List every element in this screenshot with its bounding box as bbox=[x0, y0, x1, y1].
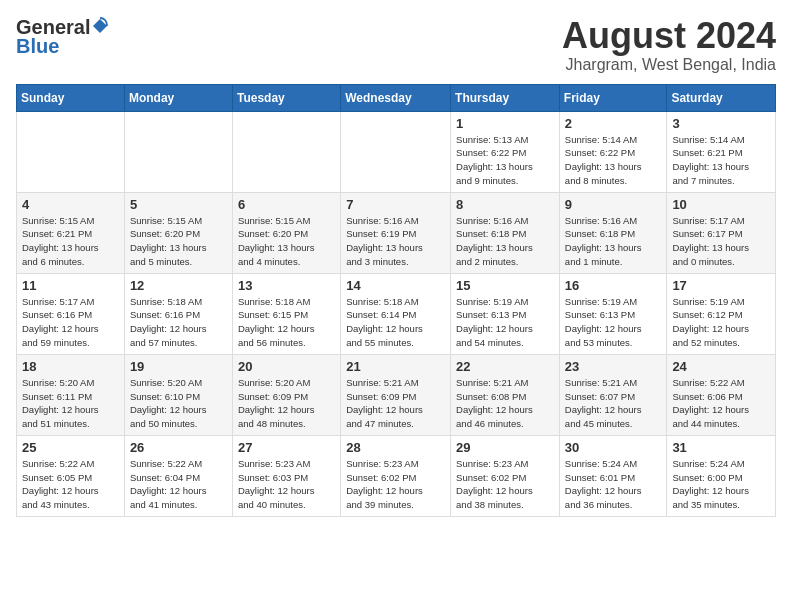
calendar-cell: 27Sunrise: 5:23 AM Sunset: 6:03 PM Dayli… bbox=[232, 435, 340, 516]
calendar-cell: 30Sunrise: 5:24 AM Sunset: 6:01 PM Dayli… bbox=[559, 435, 667, 516]
day-number: 24 bbox=[672, 359, 770, 374]
day-info: Sunrise: 5:19 AM Sunset: 6:13 PM Dayligh… bbox=[565, 295, 662, 350]
calendar-cell: 5Sunrise: 5:15 AM Sunset: 6:20 PM Daylig… bbox=[124, 192, 232, 273]
day-number: 13 bbox=[238, 278, 335, 293]
calendar-cell: 22Sunrise: 5:21 AM Sunset: 6:08 PM Dayli… bbox=[451, 354, 560, 435]
calendar-cell bbox=[341, 111, 451, 192]
day-info: Sunrise: 5:18 AM Sunset: 6:14 PM Dayligh… bbox=[346, 295, 445, 350]
calendar-cell: 24Sunrise: 5:22 AM Sunset: 6:06 PM Dayli… bbox=[667, 354, 776, 435]
day-info: Sunrise: 5:17 AM Sunset: 6:16 PM Dayligh… bbox=[22, 295, 119, 350]
day-number: 6 bbox=[238, 197, 335, 212]
calendar-header-row: SundayMondayTuesdayWednesdayThursdayFrid… bbox=[17, 84, 776, 111]
calendar-cell: 26Sunrise: 5:22 AM Sunset: 6:04 PM Dayli… bbox=[124, 435, 232, 516]
calendar-cell bbox=[124, 111, 232, 192]
day-number: 27 bbox=[238, 440, 335, 455]
calendar-subtitle: Jhargram, West Bengal, India bbox=[562, 56, 776, 74]
day-number: 16 bbox=[565, 278, 662, 293]
weekday-header: Wednesday bbox=[341, 84, 451, 111]
weekday-header: Saturday bbox=[667, 84, 776, 111]
day-info: Sunrise: 5:17 AM Sunset: 6:17 PM Dayligh… bbox=[672, 214, 770, 269]
day-number: 4 bbox=[22, 197, 119, 212]
calendar-cell: 10Sunrise: 5:17 AM Sunset: 6:17 PM Dayli… bbox=[667, 192, 776, 273]
day-info: Sunrise: 5:21 AM Sunset: 6:09 PM Dayligh… bbox=[346, 376, 445, 431]
day-info: Sunrise: 5:14 AM Sunset: 6:21 PM Dayligh… bbox=[672, 133, 770, 188]
day-info: Sunrise: 5:16 AM Sunset: 6:19 PM Dayligh… bbox=[346, 214, 445, 269]
calendar-cell: 31Sunrise: 5:24 AM Sunset: 6:00 PM Dayli… bbox=[667, 435, 776, 516]
calendar-cell: 1Sunrise: 5:13 AM Sunset: 6:22 PM Daylig… bbox=[451, 111, 560, 192]
calendar-cell: 19Sunrise: 5:20 AM Sunset: 6:10 PM Dayli… bbox=[124, 354, 232, 435]
day-number: 23 bbox=[565, 359, 662, 374]
calendar-cell: 6Sunrise: 5:15 AM Sunset: 6:20 PM Daylig… bbox=[232, 192, 340, 273]
calendar-cell bbox=[17, 111, 125, 192]
day-number: 26 bbox=[130, 440, 227, 455]
day-info: Sunrise: 5:22 AM Sunset: 6:05 PM Dayligh… bbox=[22, 457, 119, 512]
calendar-week-row: 25Sunrise: 5:22 AM Sunset: 6:05 PM Dayli… bbox=[17, 435, 776, 516]
day-number: 19 bbox=[130, 359, 227, 374]
day-info: Sunrise: 5:22 AM Sunset: 6:06 PM Dayligh… bbox=[672, 376, 770, 431]
day-number: 2 bbox=[565, 116, 662, 131]
calendar-cell: 7Sunrise: 5:16 AM Sunset: 6:19 PM Daylig… bbox=[341, 192, 451, 273]
day-info: Sunrise: 5:22 AM Sunset: 6:04 PM Dayligh… bbox=[130, 457, 227, 512]
calendar-cell: 23Sunrise: 5:21 AM Sunset: 6:07 PM Dayli… bbox=[559, 354, 667, 435]
logo-blue-text: Blue bbox=[16, 35, 59, 58]
day-info: Sunrise: 5:21 AM Sunset: 6:07 PM Dayligh… bbox=[565, 376, 662, 431]
day-number: 15 bbox=[456, 278, 554, 293]
day-number: 28 bbox=[346, 440, 445, 455]
day-info: Sunrise: 5:24 AM Sunset: 6:01 PM Dayligh… bbox=[565, 457, 662, 512]
calendar-cell: 17Sunrise: 5:19 AM Sunset: 6:12 PM Dayli… bbox=[667, 273, 776, 354]
day-info: Sunrise: 5:20 AM Sunset: 6:11 PM Dayligh… bbox=[22, 376, 119, 431]
day-info: Sunrise: 5:20 AM Sunset: 6:10 PM Dayligh… bbox=[130, 376, 227, 431]
calendar-cell: 21Sunrise: 5:21 AM Sunset: 6:09 PM Dayli… bbox=[341, 354, 451, 435]
day-number: 11 bbox=[22, 278, 119, 293]
calendar-week-row: 11Sunrise: 5:17 AM Sunset: 6:16 PM Dayli… bbox=[17, 273, 776, 354]
weekday-header: Sunday bbox=[17, 84, 125, 111]
calendar-table: SundayMondayTuesdayWednesdayThursdayFrid… bbox=[16, 84, 776, 517]
calendar-cell bbox=[232, 111, 340, 192]
calendar-cell: 8Sunrise: 5:16 AM Sunset: 6:18 PM Daylig… bbox=[451, 192, 560, 273]
weekday-header: Tuesday bbox=[232, 84, 340, 111]
day-info: Sunrise: 5:14 AM Sunset: 6:22 PM Dayligh… bbox=[565, 133, 662, 188]
calendar-week-row: 18Sunrise: 5:20 AM Sunset: 6:11 PM Dayli… bbox=[17, 354, 776, 435]
day-info: Sunrise: 5:19 AM Sunset: 6:12 PM Dayligh… bbox=[672, 295, 770, 350]
weekday-header: Friday bbox=[559, 84, 667, 111]
calendar-cell: 28Sunrise: 5:23 AM Sunset: 6:02 PM Dayli… bbox=[341, 435, 451, 516]
day-number: 5 bbox=[130, 197, 227, 212]
calendar-cell: 2Sunrise: 5:14 AM Sunset: 6:22 PM Daylig… bbox=[559, 111, 667, 192]
day-number: 9 bbox=[565, 197, 662, 212]
calendar-cell: 15Sunrise: 5:19 AM Sunset: 6:13 PM Dayli… bbox=[451, 273, 560, 354]
calendar-cell: 12Sunrise: 5:18 AM Sunset: 6:16 PM Dayli… bbox=[124, 273, 232, 354]
calendar-cell: 20Sunrise: 5:20 AM Sunset: 6:09 PM Dayli… bbox=[232, 354, 340, 435]
day-info: Sunrise: 5:19 AM Sunset: 6:13 PM Dayligh… bbox=[456, 295, 554, 350]
day-info: Sunrise: 5:15 AM Sunset: 6:21 PM Dayligh… bbox=[22, 214, 119, 269]
day-number: 1 bbox=[456, 116, 554, 131]
calendar-cell: 9Sunrise: 5:16 AM Sunset: 6:18 PM Daylig… bbox=[559, 192, 667, 273]
day-info: Sunrise: 5:15 AM Sunset: 6:20 PM Dayligh… bbox=[238, 214, 335, 269]
calendar-week-row: 4Sunrise: 5:15 AM Sunset: 6:21 PM Daylig… bbox=[17, 192, 776, 273]
logo: General Blue bbox=[16, 16, 109, 58]
weekday-header: Monday bbox=[124, 84, 232, 111]
calendar-cell: 11Sunrise: 5:17 AM Sunset: 6:16 PM Dayli… bbox=[17, 273, 125, 354]
day-number: 30 bbox=[565, 440, 662, 455]
day-number: 25 bbox=[22, 440, 119, 455]
day-info: Sunrise: 5:18 AM Sunset: 6:15 PM Dayligh… bbox=[238, 295, 335, 350]
weekday-header: Thursday bbox=[451, 84, 560, 111]
calendar-cell: 3Sunrise: 5:14 AM Sunset: 6:21 PM Daylig… bbox=[667, 111, 776, 192]
day-info: Sunrise: 5:16 AM Sunset: 6:18 PM Dayligh… bbox=[565, 214, 662, 269]
day-number: 10 bbox=[672, 197, 770, 212]
day-number: 7 bbox=[346, 197, 445, 212]
day-info: Sunrise: 5:16 AM Sunset: 6:18 PM Dayligh… bbox=[456, 214, 554, 269]
calendar-cell: 13Sunrise: 5:18 AM Sunset: 6:15 PM Dayli… bbox=[232, 273, 340, 354]
day-info: Sunrise: 5:23 AM Sunset: 6:03 PM Dayligh… bbox=[238, 457, 335, 512]
calendar-title: August 2024 bbox=[562, 16, 776, 56]
calendar-cell: 25Sunrise: 5:22 AM Sunset: 6:05 PM Dayli… bbox=[17, 435, 125, 516]
day-number: 21 bbox=[346, 359, 445, 374]
day-number: 20 bbox=[238, 359, 335, 374]
day-number: 8 bbox=[456, 197, 554, 212]
day-number: 17 bbox=[672, 278, 770, 293]
day-info: Sunrise: 5:23 AM Sunset: 6:02 PM Dayligh… bbox=[346, 457, 445, 512]
calendar-cell: 18Sunrise: 5:20 AM Sunset: 6:11 PM Dayli… bbox=[17, 354, 125, 435]
day-info: Sunrise: 5:23 AM Sunset: 6:02 PM Dayligh… bbox=[456, 457, 554, 512]
calendar-cell: 16Sunrise: 5:19 AM Sunset: 6:13 PM Dayli… bbox=[559, 273, 667, 354]
day-info: Sunrise: 5:13 AM Sunset: 6:22 PM Dayligh… bbox=[456, 133, 554, 188]
calendar-title-area: August 2024 Jhargram, West Bengal, India bbox=[562, 16, 776, 74]
